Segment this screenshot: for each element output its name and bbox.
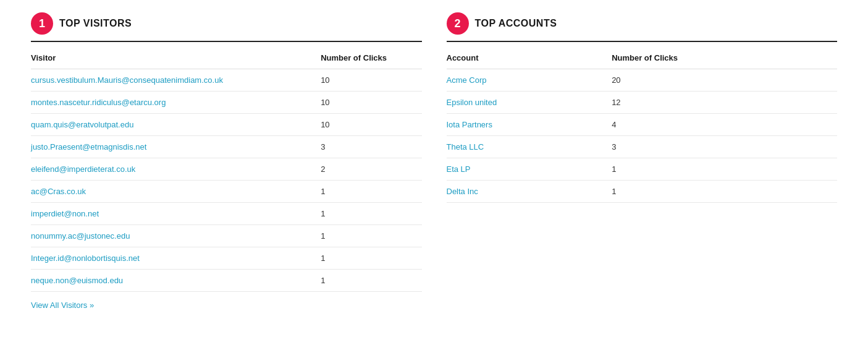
table-row: Integer.id@nonlobortisquis.net1 — [31, 247, 422, 270]
accounts-table: Account Number of Clicks Acme Corp20Epsi… — [447, 47, 838, 203]
account-clicks: 1 — [599, 181, 837, 203]
table-row: Eta LP1 — [447, 158, 838, 181]
visitors-col-clicks: Number of Clicks — [308, 47, 421, 69]
visitors-badge: 1 — [31, 12, 53, 35]
table-row: montes.nascetur.ridiculus@etarcu.org10 — [31, 92, 422, 114]
accounts-panel: 2 TOP ACCOUNTS Account Number of Clicks … — [434, 12, 850, 325]
visitors-panel-title: TOP VISITORS — [59, 18, 132, 29]
visitor-clicks: 3 — [308, 136, 421, 158]
visitors-col-visitor: Visitor — [31, 47, 308, 69]
table-row: Delta Inc1 — [447, 181, 838, 203]
visitor-email[interactable]: neque.non@euismod.edu — [31, 270, 308, 292]
account-clicks: 20 — [599, 69, 837, 92]
account-name[interactable]: Iota Partners — [447, 114, 600, 136]
table-row: imperdiet@non.net1 — [31, 203, 422, 225]
visitor-email[interactable]: Integer.id@nonlobortisquis.net — [31, 247, 308, 270]
accounts-col-clicks: Number of Clicks — [599, 47, 837, 69]
visitor-clicks: 1 — [308, 270, 421, 292]
account-clicks: 4 — [599, 114, 837, 136]
account-name[interactable]: Acme Corp — [447, 69, 600, 92]
accounts-badge: 2 — [447, 12, 469, 35]
visitors-panel: 1 TOP VISITORS Visitor Number of Clicks … — [19, 12, 434, 325]
visitor-clicks: 1 — [308, 225, 421, 247]
visitors-table: Visitor Number of Clicks cursus.vestibul… — [31, 47, 422, 292]
visitor-clicks: 10 — [308, 92, 421, 114]
visitor-email[interactable]: ac@Cras.co.uk — [31, 181, 308, 203]
accounts-col-account: Account — [447, 47, 600, 69]
accounts-table-header-row: Account Number of Clicks — [447, 47, 838, 69]
table-row: Epsilon united12 — [447, 92, 838, 114]
visitor-email[interactable]: eleifend@imperdieterat.co.uk — [31, 158, 308, 181]
account-name[interactable]: Delta Inc — [447, 181, 600, 203]
table-row: ac@Cras.co.uk1 — [31, 181, 422, 203]
table-row: justo.Praesent@etmagnisdis.net3 — [31, 136, 422, 158]
visitors-table-header-row: Visitor Number of Clicks — [31, 47, 422, 69]
table-row: Acme Corp20 — [447, 69, 838, 92]
visitor-email[interactable]: montes.nascetur.ridiculus@etarcu.org — [31, 92, 308, 114]
account-clicks: 12 — [599, 92, 837, 114]
account-clicks: 3 — [599, 136, 837, 158]
account-clicks: 1 — [599, 158, 837, 181]
visitor-clicks: 1 — [308, 181, 421, 203]
visitor-email[interactable]: nonummy.ac@justonec.edu — [31, 225, 308, 247]
table-row: eleifend@imperdieterat.co.uk2 — [31, 158, 422, 181]
visitors-panel-header: 1 TOP VISITORS — [31, 12, 422, 42]
table-row: Theta LLC3 — [447, 136, 838, 158]
visitor-clicks: 1 — [308, 203, 421, 225]
table-row: quam.quis@eratvolutpat.edu10 — [31, 114, 422, 136]
account-name[interactable]: Eta LP — [447, 158, 600, 181]
table-row: nonummy.ac@justonec.edu1 — [31, 225, 422, 247]
account-name[interactable]: Epsilon united — [447, 92, 600, 114]
table-row: Iota Partners4 — [447, 114, 838, 136]
table-row: neque.non@euismod.edu1 — [31, 270, 422, 292]
visitor-clicks: 10 — [308, 69, 421, 92]
visitor-email[interactable]: cursus.vestibulum.Mauris@consequatenimdi… — [31, 69, 308, 92]
visitor-email[interactable]: quam.quis@eratvolutpat.edu — [31, 114, 308, 136]
view-all-visitors-link[interactable]: View All Visitors » — [31, 301, 94, 310]
accounts-panel-title: TOP ACCOUNTS — [475, 18, 557, 29]
table-row: cursus.vestibulum.Mauris@consequatenimdi… — [31, 69, 422, 92]
visitor-clicks: 2 — [308, 158, 421, 181]
visitor-clicks: 1 — [308, 247, 421, 270]
visitor-clicks: 10 — [308, 114, 421, 136]
accounts-panel-header: 2 TOP ACCOUNTS — [447, 12, 838, 42]
visitor-email[interactable]: justo.Praesent@etmagnisdis.net — [31, 136, 308, 158]
visitor-email[interactable]: imperdiet@non.net — [31, 203, 308, 225]
account-name[interactable]: Theta LLC — [447, 136, 600, 158]
page-container: 1 TOP VISITORS Visitor Number of Clicks … — [0, 0, 868, 337]
